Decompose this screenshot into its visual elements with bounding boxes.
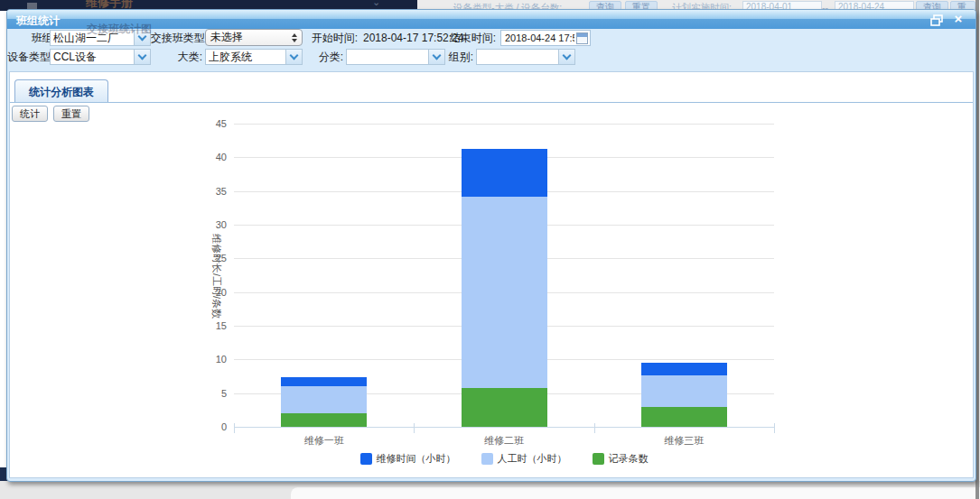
- y-tick-label: 0: [198, 421, 227, 432]
- device-type-label: 设备类型:: [7, 49, 47, 65]
- x-category-label: 维修三班: [630, 434, 738, 448]
- background-bottom-strip: [0, 481, 980, 499]
- x-axis-tick: [414, 423, 415, 433]
- end-time-input[interactable]: [503, 32, 576, 44]
- x-category-label: 维修一班: [270, 434, 378, 448]
- legend-swatch-icon: [593, 453, 604, 465]
- device-type-combo[interactable]: [50, 49, 151, 65]
- legend-label: 维修时间（小时）: [377, 452, 456, 466]
- y-tick-label: 10: [198, 354, 227, 365]
- window-title: 班组统计: [16, 14, 60, 29]
- category-combo-trigger[interactable]: [285, 50, 302, 64]
- x-axis-line: [234, 427, 774, 428]
- y-tick-label: 30: [198, 219, 227, 230]
- shift-type-select[interactable]: 未选择: [205, 29, 303, 46]
- x-category-label: 维修二班: [450, 434, 558, 448]
- chevron-down-icon: [290, 51, 299, 60]
- calendar-icon[interactable]: [576, 32, 588, 44]
- bar-segment[interactable]: [281, 413, 367, 427]
- y-tick-label: 35: [198, 186, 227, 197]
- device-type-combo-trigger[interactable]: [134, 50, 150, 64]
- bar-segment[interactable]: [281, 377, 367, 386]
- end-time-label: 结束时间:: [443, 30, 496, 46]
- shift-type-value: 未选择: [210, 30, 243, 45]
- bar-segment[interactable]: [462, 388, 547, 427]
- legend-label: 人工时（小时）: [498, 452, 567, 466]
- y-tick-label: 20: [198, 287, 227, 298]
- select-stepper-icon: [286, 33, 297, 42]
- start-time-label: 开始时间:: [305, 30, 358, 46]
- shift-type-label: 交接班类型:: [143, 30, 208, 46]
- content-panel: 统计分析图表 统计 重置 维修时长/工时/条数 维修时间（小时）人工时（小时）记…: [9, 71, 974, 478]
- group-combo-trigger[interactable]: [558, 50, 574, 64]
- legend-item[interactable]: 维修时间（小时）: [360, 452, 456, 466]
- y-axis-title: 维修时长/工时/条数: [210, 234, 223, 319]
- x-axis-tick: [234, 423, 235, 433]
- category-label: 大类:: [154, 49, 202, 65]
- legend-item[interactable]: 人工时（小时）: [481, 452, 567, 466]
- bar-segment[interactable]: [641, 407, 727, 427]
- bar-segment[interactable]: [281, 386, 367, 413]
- group-label: 组别:: [443, 49, 473, 65]
- y-tick-label: 5: [198, 388, 227, 399]
- team-statistics-window: 班组统计 × 交接班统计图 班组: 交接班类型: 未选择 开始时间: 2018-…: [6, 9, 976, 482]
- screen: 维修手册 ⌄ 设备类型-大类 / 设备台数: 查询 重置 . 计划实施时间: 2…: [0, 0, 980, 499]
- legend-item[interactable]: 记录条数: [593, 452, 649, 466]
- group-combo[interactable]: [476, 49, 575, 65]
- category-input[interactable]: [206, 50, 285, 64]
- y-tick-label: 25: [198, 253, 227, 263]
- background-bottom-panel: [291, 487, 980, 499]
- restore-icon[interactable]: [930, 14, 943, 25]
- chevron-down-icon: [563, 51, 572, 60]
- bar-segment[interactable]: [462, 197, 547, 388]
- legend-swatch-icon: [481, 453, 493, 465]
- gridline: [234, 124, 774, 125]
- bar-chart: 维修时长/工时/条数 维修时间（小时）人工时（小时）记录条数 051015202…: [10, 72, 973, 477]
- y-tick-label: 15: [198, 320, 227, 331]
- x-axis-tick: [774, 423, 775, 433]
- legend-label: 记录条数: [609, 452, 649, 466]
- bar-segment[interactable]: [641, 363, 727, 375]
- window-titlebar[interactable]: 班组统计 ×: [7, 10, 975, 29]
- y-tick-label: 40: [198, 152, 227, 162]
- x-axis-tick: [594, 423, 595, 433]
- bar-segment[interactable]: [462, 149, 547, 197]
- group-input[interactable]: [477, 50, 558, 64]
- legend-swatch-icon: [360, 453, 372, 465]
- category-combo[interactable]: [205, 49, 303, 65]
- chart-legend: 维修时间（小时）人工时（小时）记录条数: [234, 452, 774, 466]
- bar-segment[interactable]: [641, 375, 727, 408]
- subcategory-combo[interactable]: [346, 49, 445, 65]
- background-menu-item-2: 交接班统计图: [87, 22, 152, 37]
- chevron-down-icon: [433, 51, 442, 60]
- subcategory-label: 分类:: [311, 49, 343, 65]
- y-tick-label: 45: [198, 118, 227, 129]
- end-time-field[interactable]: [500, 30, 591, 46]
- device-type-input[interactable]: [51, 50, 134, 64]
- chevron-down-icon: [138, 51, 147, 60]
- subcategory-input[interactable]: [347, 50, 428, 64]
- close-icon[interactable]: ×: [952, 14, 965, 25]
- chevron-down-icon: ⌄: [372, 0, 380, 8]
